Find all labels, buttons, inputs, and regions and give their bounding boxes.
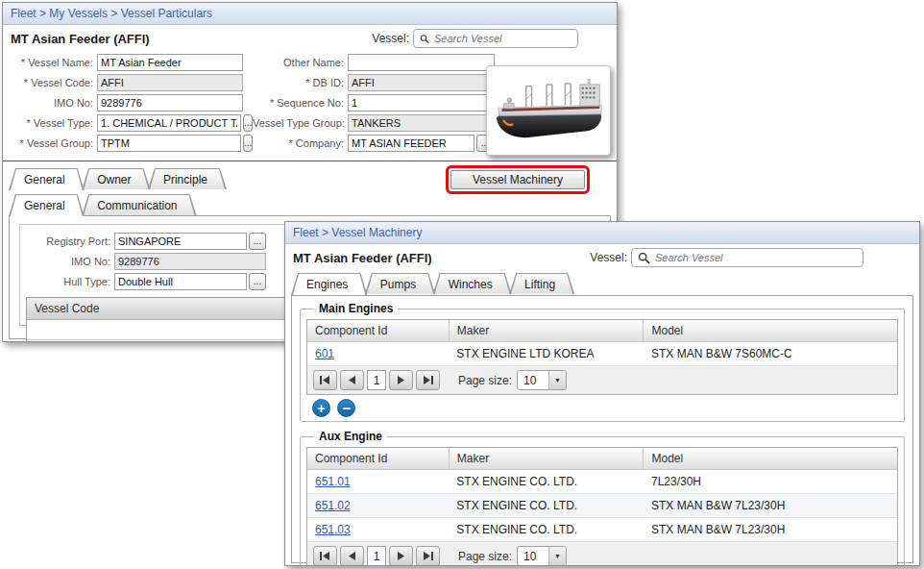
component-id-link[interactable]: 651.01: [315, 475, 351, 488]
page-size-select[interactable]: 10 ▼: [517, 370, 567, 390]
remove-engine-button[interactable]: −: [337, 399, 355, 417]
pager-current-page[interactable]: 1: [367, 370, 386, 390]
subtab-general[interactable]: General: [9, 194, 85, 215]
db-id-input: [348, 74, 495, 91]
vessel-machinery-window: Fleet > Vessel Machinery MT Asian Feeder…: [284, 221, 920, 566]
imo-no-readonly-input: [114, 253, 266, 270]
hull-type-input[interactable]: [114, 273, 247, 290]
imo-no-input[interactable]: [97, 94, 243, 111]
aux-engine-fieldset: Aux Engine Component Id Maker Model 651.…: [300, 430, 905, 566]
maker-cell: STX ENGINE CO. LTD.: [449, 494, 644, 518]
vessel-type-group-input: [348, 114, 495, 132]
form-field-row: * Vessel Code:: [9, 74, 253, 91]
pager-prev-button[interactable]: [340, 370, 364, 390]
model-cell: STX MAN B&W 7L23/30H: [644, 494, 897, 518]
vessel-name-input[interactable]: [97, 54, 243, 71]
vessel-group-lookup-button[interactable]: ...: [243, 135, 253, 152]
column-header-maker[interactable]: Maker: [449, 448, 644, 470]
vessel-group-input[interactable]: [97, 135, 241, 152]
vessel-search-box: [413, 29, 578, 48]
company-label: * Company:: [253, 137, 348, 149]
sequence-no-input[interactable]: [348, 94, 495, 111]
pager-next-button[interactable]: [389, 370, 413, 390]
tab-winches[interactable]: Winches: [433, 273, 512, 294]
particulars-subtabstrip: General Communication: [3, 190, 617, 215]
pager-next-button[interactable]: [389, 546, 413, 566]
pager-first-button[interactable]: [313, 546, 337, 566]
vessel-search-wrap: Vessel:: [372, 29, 609, 48]
vessel-type-label: * Vessel Type:: [9, 117, 97, 129]
pager: 1 Page size: 10 ▼: [307, 542, 897, 566]
tab-general[interactable]: General: [9, 168, 85, 189]
registry-port-lookup-button[interactable]: ...: [249, 233, 266, 250]
form-left-column: * Vessel Name: * Vessel Code: IMO No: * …: [3, 54, 253, 155]
tab-lifting[interactable]: Lifting: [509, 273, 574, 294]
dropdown-arrow-icon: ▼: [548, 547, 566, 565]
vessel-form: * Vessel Name: * Vessel Code: IMO No: * …: [3, 50, 617, 161]
vessel-type-lookup-button[interactable]: ...: [243, 114, 253, 132]
component-id-link[interactable]: 651.03: [315, 523, 351, 536]
breadcrumb[interactable]: Fleet > Vessel Machinery: [285, 222, 919, 244]
component-id-link[interactable]: 651.02: [315, 499, 351, 512]
tab-owner[interactable]: Owner: [82, 168, 150, 189]
pager-first-button[interactable]: [313, 370, 337, 390]
pager-next-icon: [397, 376, 405, 384]
column-header-model[interactable]: Model: [644, 320, 897, 342]
vessel-search-wrap: Vessel:: [590, 248, 912, 267]
engines-tab-content: Main Engines Component Id Maker Model 60…: [291, 295, 913, 563]
column-header-component-id[interactable]: Component Id: [307, 320, 449, 342]
pager-last-button[interactable]: [416, 370, 440, 390]
pager-last-button[interactable]: [416, 546, 440, 566]
column-header-component-id[interactable]: Component Id: [307, 448, 449, 470]
page-size-label: Page size:: [458, 374, 512, 387]
search-icon[interactable]: [420, 33, 429, 45]
imo-no-label: IMO No:: [26, 256, 114, 267]
vessel-photo-card: [486, 65, 611, 156]
column-header-model[interactable]: Model: [644, 448, 897, 470]
vessel-search-input[interactable]: [434, 33, 571, 44]
main-engines-table: Component Id Maker Model 601 STX ENGINE …: [307, 320, 897, 366]
pager-current-page[interactable]: 1: [367, 546, 386, 566]
pager-first-icon: [320, 552, 330, 560]
maker-cell: STX ENGINE CO. LTD.: [449, 470, 644, 494]
vessel-type-group-label: Vessel Type Group:: [253, 117, 348, 129]
machinery-titlebar: MT Asian Feeder (AFFI) Vessel:: [285, 244, 919, 269]
subtab-communication[interactable]: Communication: [82, 194, 196, 215]
main-engines-legend: Main Engines: [314, 302, 398, 315]
hull-type-label: Hull Type:: [26, 276, 114, 287]
model-cell: STX MAN B&W 7L23/30H: [644, 518, 897, 542]
vessel-search-input[interactable]: [655, 252, 792, 263]
company-input[interactable]: [348, 135, 474, 152]
other-name-input[interactable]: [348, 54, 495, 71]
sequence-no-label: * Sequence No:: [253, 97, 348, 109]
search-icon[interactable]: [638, 252, 650, 264]
hull-type-lookup-button[interactable]: ...: [249, 273, 266, 290]
form-field-row: * Vessel Type: ...: [9, 114, 253, 132]
table-row: 651.03 STX ENGINE CO. LTD. STX MAN B&W 7…: [307, 518, 897, 542]
vessel-name-label: * Vessel Name:: [9, 57, 97, 68]
table-header-row: Component Id Maker Model: [307, 448, 897, 470]
add-engine-button[interactable]: +: [312, 399, 330, 417]
maker-cell: STX ENGINE LTD KOREA: [449, 342, 644, 366]
aux-engine-grid: Component Id Maker Model 651.01 STX ENGI…: [306, 447, 898, 566]
page-size-value: 10: [518, 374, 548, 387]
form-field-row: Other Name:: [253, 54, 495, 71]
tab-principle[interactable]: Principle: [148, 168, 227, 189]
tab-pumps[interactable]: Pumps: [365, 273, 435, 294]
pager-prev-button[interactable]: [340, 546, 364, 566]
pager-prev-icon: [348, 552, 356, 560]
tab-engines[interactable]: Engines: [291, 273, 367, 294]
page-size-select[interactable]: 10 ▼: [517, 546, 567, 566]
component-id-link[interactable]: 601: [315, 347, 334, 360]
main-engines-grid: Component Id Maker Model 601 STX ENGINE …: [306, 319, 898, 395]
model-cell: 7L23/30H: [644, 470, 897, 494]
vessel-photo: [491, 71, 606, 150]
vessel-machinery-button[interactable]: Vessel Machinery: [450, 170, 585, 189]
page-size-value: 10: [518, 550, 548, 563]
particulars-tabstrip: General Owner Principle Vessel Machinery: [3, 161, 617, 190]
vessel-type-input[interactable]: [97, 114, 241, 132]
column-header-maker[interactable]: Maker: [449, 320, 644, 342]
registry-port-input[interactable]: [114, 233, 247, 250]
breadcrumb[interactable]: Fleet > My Vessels > Vessel Particulars: [3, 3, 617, 25]
form-field-row: * DB ID:: [253, 74, 495, 91]
